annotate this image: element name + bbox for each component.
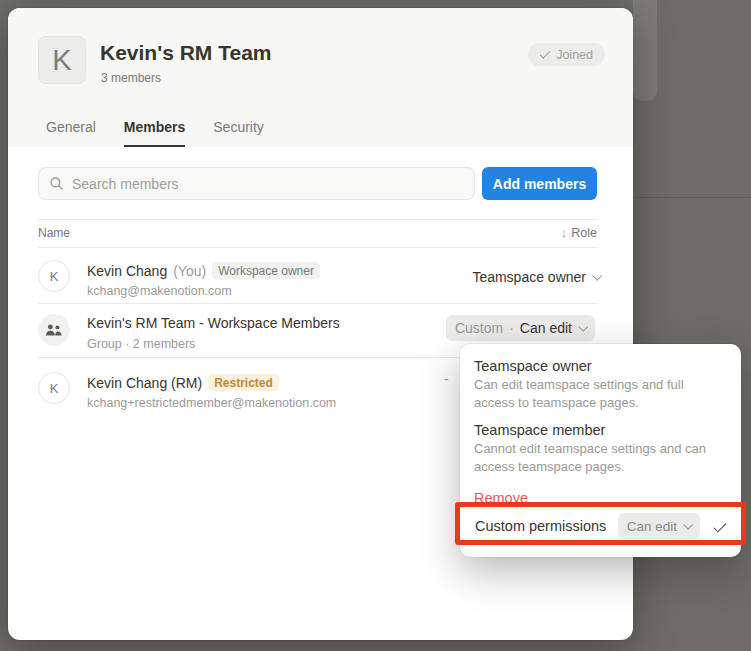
obscured-role-text: - [444,371,449,387]
tab-members[interactable]: Members [124,119,185,147]
teamspace-title: Kevin's RM Team [100,41,272,65]
member-count: 3 members [101,71,161,85]
member-name: Kevin Chang (RM) [87,375,202,391]
can-edit-value: Can edit [627,519,677,534]
chevron-down-icon [592,270,602,280]
background-divider [633,197,751,198]
avatar: K [38,372,70,404]
menu-item-custom-permissions[interactable]: Custom permissions Can edit [460,506,741,546]
tab-security[interactable]: Security [213,119,264,147]
add-members-button[interactable]: Add members [482,167,597,200]
divider [38,303,597,304]
column-header-name: Name [38,226,70,240]
search-members-box [38,167,475,200]
modal-header: K Kevin's RM Team 3 members Joined Gener… [8,8,633,147]
group-subtitle: Group · 2 members [87,337,195,351]
member-email: kchang+restrictedmember@makenotion.com [87,396,336,410]
chevron-down-icon [578,321,588,331]
divider [38,247,597,248]
selected-check-icon [714,517,726,535]
member-email: kchang@makenotion.com [87,284,232,298]
group-name: Kevin's RM Team - Workspace Members [87,315,340,331]
custom-permissions-label: Custom permissions [475,518,606,534]
role-header-label: Role [571,226,597,240]
sort-arrow-down-icon: ↓ [561,225,568,240]
role-dropdown-owner[interactable]: Teamspace owner [472,269,600,285]
teamspace-avatar: K [38,36,86,84]
role-prefix: Custom [455,320,503,336]
background-scrollbar [633,0,657,101]
menu-item-title: Teamspace member [474,422,727,438]
people-icon [45,323,63,337]
role-dropdown-group[interactable]: Custom · Can edit [446,315,595,341]
member-name: Kevin Chang [87,263,167,279]
you-suffix: (You) [173,263,206,279]
role-value: Can edit [520,320,572,336]
search-members-input[interactable] [72,176,464,192]
menu-item-title: Teamspace owner [474,358,727,374]
workspace-owner-badge: Workspace owner [212,262,320,279]
search-icon [49,176,64,191]
dot-separator: · [509,320,514,336]
role-value: Teamspace owner [472,269,586,285]
divider [38,219,597,220]
chevron-down-icon [683,519,693,529]
menu-item-description: Cannot edit teamspace settings and can a… [474,440,727,476]
menu-item-teamspace-member[interactable]: Teamspace member Cannot edit teamspace s… [460,418,741,482]
tab-general[interactable]: General [46,119,96,147]
column-header-role[interactable]: ↓ Role [561,225,597,240]
joined-badge[interactable]: Joined [528,43,605,66]
menu-item-teamspace-owner[interactable]: Teamspace owner Can edit teamspace setti… [460,354,741,418]
role-menu: Teamspace owner Can edit teamspace setti… [460,344,741,557]
menu-item-description: Can edit teamspace settings and full acc… [474,376,727,412]
group-avatar [38,314,70,346]
avatar: K [38,260,70,292]
restricted-badge: Restricted [208,374,279,391]
joined-label: Joined [556,48,593,62]
check-icon [540,48,551,59]
can-edit-dropdown[interactable]: Can edit [618,513,700,539]
tab-bar: General Members Security [46,119,264,147]
